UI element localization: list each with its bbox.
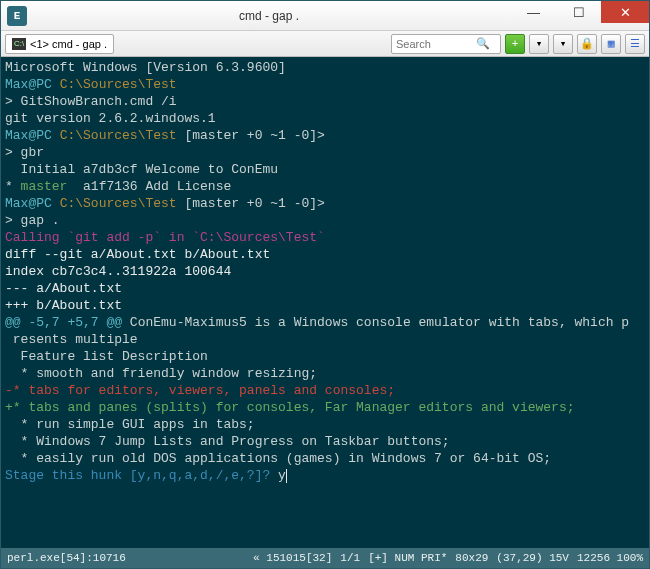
cursor <box>286 469 287 483</box>
terminal-line: Max@PC C:\Sources\Test <box>5 76 645 93</box>
window-buttons: — ☐ ✕ <box>511 1 649 30</box>
window: E cmd - gap . — ☐ ✕ C:\ <1> cmd - gap . … <box>0 0 650 569</box>
terminal-line: * run simple GUI apps in tabs; <box>5 416 645 433</box>
list-icon: ☰ <box>630 37 640 50</box>
search-input[interactable] <box>396 38 476 50</box>
terminal-line: +++ b/About.txt <box>5 297 645 314</box>
maximize-button[interactable]: ☐ <box>556 1 601 23</box>
terminal-line: > gbr <box>5 144 645 161</box>
terminal-line: Max@PC C:\Sources\Test [master +0 ~1 -0]… <box>5 195 645 212</box>
search-box[interactable]: 🔍 <box>391 34 501 54</box>
close-button[interactable]: ✕ <box>601 1 649 23</box>
terminal-line: index cb7c3c4..311922a 100644 <box>5 263 645 280</box>
terminal-line: * easily run old DOS applications (games… <box>5 450 645 467</box>
status-cursor: (37,29) 15V <box>496 552 569 564</box>
console-icon: C:\ <box>12 38 26 50</box>
lock-icon: 🔒 <box>580 37 594 50</box>
terminal-line: > gap . <box>5 212 645 229</box>
search-icon[interactable]: 🔍 <box>476 37 490 50</box>
terminal-line: Max@PC C:\Sources\Test [master +0 ~1 -0]… <box>5 127 645 144</box>
grid-button[interactable]: ▦ <box>601 34 621 54</box>
status-process: perl.exe[54]:10716 <box>7 552 126 564</box>
terminal-line: --- a/About.txt <box>5 280 645 297</box>
terminal-line: > GitShowBranch.cmd /i <box>5 93 645 110</box>
terminal-line: diff --git a/About.txt b/About.txt <box>5 246 645 263</box>
terminal-line: Stage this hunk [y,n,q,a,d,/,e,?]? y <box>5 467 645 484</box>
terminal-line: @@ -5,7 +5,7 @@ ConEmu-Maximus5 is a Win… <box>5 314 645 331</box>
terminal-line: +* tabs and panes (splits) for consoles,… <box>5 399 645 416</box>
new-console-button[interactable]: + <box>505 34 525 54</box>
terminal-line: Feature list Description <box>5 348 645 365</box>
lock-button[interactable]: 🔒 <box>577 34 597 54</box>
toolbar: C:\ <1> cmd - gap . 🔍 + ▾ ▾ 🔒 ▦ ☰ <box>1 31 649 57</box>
minimize-button[interactable]: — <box>511 1 556 23</box>
terminal-line: -* tabs for editors, viewers, panels and… <box>5 382 645 399</box>
terminal-line: resents multiple <box>5 331 645 348</box>
terminal[interactable]: Microsoft Windows [Version 6.3.9600]Max@… <box>1 57 649 548</box>
terminal-line: Calling `git add -p` in `C:\Sources\Test… <box>5 229 645 246</box>
status-pos: 1/1 <box>340 552 360 564</box>
app-icon[interactable]: E <box>7 6 27 26</box>
status-right: 12256 100% <box>577 552 643 564</box>
status-flags: [+] NUM PRI* <box>368 552 447 564</box>
terminal-line: * Windows 7 Jump Lists and Progress on T… <box>5 433 645 450</box>
new-console-dropdown[interactable]: ▾ <box>529 34 549 54</box>
status-bar: perl.exe[54]:10716 « 151015[32] 1/1 [+] … <box>1 548 649 568</box>
terminal-line: Microsoft Windows [Version 6.3.9600] <box>5 59 645 76</box>
tab-label: <1> cmd - gap . <box>30 38 107 50</box>
status-mid: « 151015[32] <box>253 552 332 564</box>
grid-icon: ▦ <box>608 37 615 50</box>
terminal-line: * master a1f7136 Add License <box>5 178 645 195</box>
terminal-line: * smooth and friendly window resizing; <box>5 365 645 382</box>
menu-dropdown[interactable]: ▾ <box>553 34 573 54</box>
list-button[interactable]: ☰ <box>625 34 645 54</box>
window-title: cmd - gap . <box>27 9 511 23</box>
status-dim: 80x29 <box>455 552 488 564</box>
console-tab[interactable]: C:\ <1> cmd - gap . <box>5 34 114 54</box>
titlebar[interactable]: E cmd - gap . — ☐ ✕ <box>1 1 649 31</box>
terminal-line: Initial a7db3cf Welcome to ConEmu <box>5 161 645 178</box>
terminal-line: git version 2.6.2.windows.1 <box>5 110 645 127</box>
